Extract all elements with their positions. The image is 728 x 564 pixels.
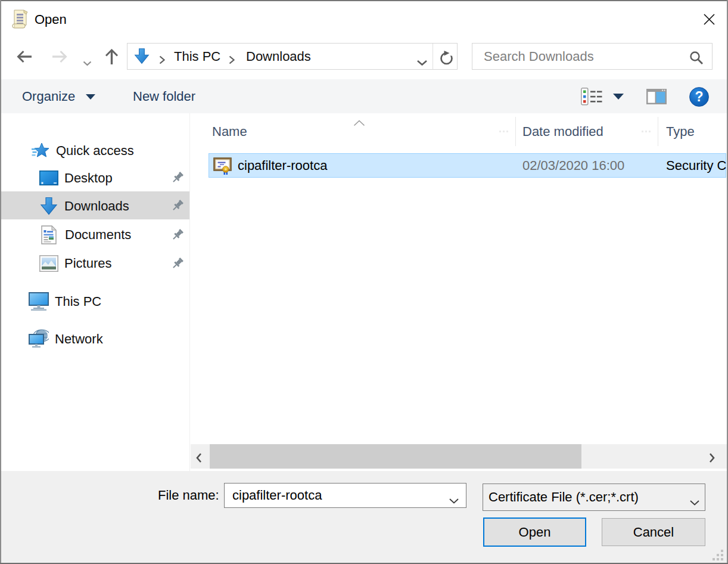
pin-icon <box>171 171 184 184</box>
sidebar-item-label: Downloads <box>64 199 129 214</box>
scrollbar-left-arrow[interactable] <box>195 451 202 467</box>
column-header-type[interactable]: Type <box>666 117 695 147</box>
document-icon <box>41 225 57 244</box>
up-button[interactable] <box>105 49 119 69</box>
sidebar-item-this-pc[interactable]: This PC <box>29 287 101 315</box>
chevron-down-icon <box>416 60 428 66</box>
organize-button[interactable]: Organize <box>22 79 75 113</box>
scrollbar-thumb[interactable] <box>210 444 581 469</box>
column-separator[interactable] <box>515 117 516 146</box>
pin-icon <box>171 199 184 212</box>
chevron-down-icon <box>689 500 700 506</box>
refresh-button[interactable] <box>439 50 454 69</box>
back-button[interactable] <box>16 50 32 67</box>
sidebar-item-label: Documents <box>65 227 131 243</box>
file-type-value[interactable]: Certificate File (*.cer;*.crt) <box>489 484 639 511</box>
pin-icon <box>171 257 184 270</box>
file-name-label: File name: <box>158 483 219 508</box>
sidebar-divider <box>189 113 190 471</box>
sidebar-item-label: Network <box>55 331 103 347</box>
back-arrow-icon <box>16 50 32 63</box>
cancel-button[interactable]: Cancel <box>602 518 705 546</box>
details-view-icon <box>581 88 602 106</box>
refresh-icon <box>439 50 454 66</box>
chevron-left-icon <box>195 453 202 463</box>
search-icon <box>689 50 704 66</box>
breadcrumb-chevron-icon[interactable] <box>158 52 166 68</box>
title-bar: Open <box>1 1 727 37</box>
sidebar-item-downloads[interactable]: Downloads <box>39 192 129 220</box>
sidebar-item-quick-access[interactable]: Quick access <box>32 137 134 165</box>
quick-access-star-icon <box>32 142 49 159</box>
column-header-date-modified[interactable]: Date modified <box>522 117 603 147</box>
search-placeholder: Search Downloads <box>484 43 594 70</box>
pin-icon <box>171 228 184 241</box>
sidebar-item-label: Quick access <box>56 143 134 159</box>
file-date-cell[interactable]: 02/03/2020 16:00 <box>522 153 624 178</box>
column-grip-dots <box>642 131 652 132</box>
organize-dropdown-icon[interactable] <box>86 94 95 100</box>
network-icon <box>29 329 49 349</box>
scroll-document-icon <box>12 9 28 28</box>
recent-locations-button[interactable] <box>83 54 92 70</box>
view-options-dropdown-icon[interactable] <box>613 94 624 100</box>
address-bar-separator <box>433 44 433 69</box>
downloads-folder-icon[interactable] <box>133 48 150 65</box>
window-title: Open <box>35 11 67 29</box>
sidebar-item-documents[interactable]: Documents <box>41 221 131 249</box>
chevron-down-icon <box>83 61 92 66</box>
search-button[interactable] <box>689 50 704 69</box>
picture-icon <box>39 255 58 272</box>
sidebar-item-desktop[interactable]: Desktop <box>39 164 113 192</box>
column-grip-dots <box>499 131 510 132</box>
column-header-name[interactable]: Name <box>212 117 247 147</box>
certificate-file-icon <box>213 157 232 175</box>
view-options-button[interactable] <box>581 88 602 109</box>
forward-button[interactable] <box>52 50 68 67</box>
chevron-down-icon <box>449 498 459 504</box>
sidebar-item-pictures[interactable]: Pictures <box>39 249 111 277</box>
sort-ascending-icon[interactable] <box>353 114 365 130</box>
question-mark-icon: ? <box>695 89 703 104</box>
address-dropdown-button[interactable] <box>416 54 428 70</box>
file-name-dropdown-button[interactable] <box>449 492 459 508</box>
chevron-right-icon <box>709 453 715 463</box>
file-type-cell[interactable]: Security C <box>666 153 726 178</box>
breadcrumb-chevron-icon[interactable] <box>228 52 235 68</box>
open-file-dialog: Open <box>0 0 728 564</box>
sidebar-item-label: Pictures <box>64 256 111 271</box>
downloads-icon <box>39 196 58 216</box>
sidebar-item-network[interactable]: Network <box>29 325 103 353</box>
file-name-cell[interactable]: cipafilter-rootca <box>238 153 327 178</box>
sidebar-item-label: Desktop <box>64 171 113 186</box>
scrollbar-right-arrow[interactable] <box>709 451 715 467</box>
close-icon <box>703 13 715 26</box>
close-button[interactable] <box>691 2 727 36</box>
file-name-value[interactable]: cipafilter-rootca <box>232 483 322 508</box>
open-button[interactable]: Open <box>483 517 586 547</box>
up-arrow-icon <box>105 49 119 65</box>
open-button-label: Open <box>519 525 551 540</box>
help-button[interactable]: ? <box>689 87 709 107</box>
new-folder-button[interactable]: New folder <box>133 79 195 113</box>
preview-pane-button[interactable] <box>646 89 667 108</box>
breadcrumb-downloads[interactable]: Downloads <box>246 43 311 70</box>
cancel-button-label: Cancel <box>633 525 674 540</box>
computer-icon <box>29 292 49 311</box>
column-separator[interactable] <box>658 117 658 146</box>
preview-pane-icon <box>646 89 667 104</box>
desktop-icon <box>39 171 58 185</box>
file-type-dropdown-button[interactable] <box>689 494 700 510</box>
breadcrumb-this-pc[interactable]: This PC <box>174 43 220 70</box>
forward-arrow-icon <box>52 50 68 63</box>
sidebar-item-label: This PC <box>55 294 101 309</box>
resize-grip[interactable] <box>713 550 724 562</box>
